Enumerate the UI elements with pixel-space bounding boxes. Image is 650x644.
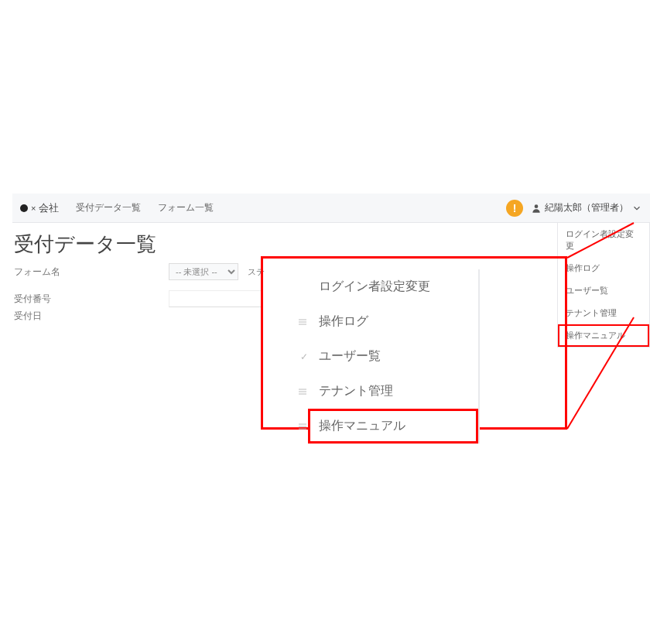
notification-badge[interactable]: ! xyxy=(506,200,523,217)
topbar: × 会社 受付データ一覧 フォーム一覧 ! 紀陽太郎（管理者） xyxy=(12,194,650,223)
user-icon xyxy=(531,203,542,214)
menu-item-user-list[interactable]: ユーザー覧 xyxy=(558,279,649,302)
zoom-menu-item-operation-log[interactable]: 操作ログ xyxy=(308,304,478,339)
user-dropdown-menu: ログイン者設定変更 操作ログ ユーザー覧 テナント管理 操作マニュアル xyxy=(557,223,650,348)
zoom-menu-label: ログイン者設定変更 xyxy=(319,279,430,293)
menu-item-login-settings[interactable]: ログイン者設定変更 xyxy=(558,223,649,257)
brand: × 会社 xyxy=(20,201,59,215)
burger-icon xyxy=(299,389,306,394)
filter-row-reception-date: 受付日 xyxy=(14,310,169,323)
burger-icon xyxy=(299,319,306,324)
svg-point-0 xyxy=(535,204,539,208)
nav-item-received-data[interactable]: 受付データ一覧 xyxy=(76,201,141,214)
notification-glyph: ! xyxy=(513,202,517,214)
stage: × 会社 受付データ一覧 フォーム一覧 ! 紀陽太郎（管理者） 受付データ一覧 … xyxy=(0,0,650,644)
topbar-right: ! 紀陽太郎（管理者） xyxy=(506,200,650,217)
zoom-menu-item-user-list[interactable]: ✓ ユーザー覧 xyxy=(308,339,478,374)
user-name: 紀陽太郎（管理者） xyxy=(545,201,628,214)
zoom-menu-item-login-settings[interactable]: ログイン者設定変更 xyxy=(308,269,478,304)
user-menu-trigger[interactable]: 紀陽太郎（管理者） xyxy=(531,201,642,214)
check-icon: ✓ xyxy=(300,351,308,362)
page-title: 受付データ一覧 xyxy=(14,231,156,258)
filter-row-form-name: フォーム名 -- 未選択 -- ステ xyxy=(14,263,265,280)
nav-item-form-list[interactable]: フォーム一覧 xyxy=(158,201,214,214)
input-reception-number[interactable] xyxy=(169,290,262,307)
brand-dot-icon xyxy=(20,204,28,212)
label-reception-date: 受付日 xyxy=(14,310,169,323)
zoom-menu-label: 操作ログ xyxy=(319,314,368,327)
label-form-name: フォーム名 xyxy=(14,265,169,279)
select-form-name[interactable]: -- 未選択 -- xyxy=(169,263,238,280)
filter-row-reception-number: 受付番号 xyxy=(14,290,262,307)
brand-x-icon: × xyxy=(31,204,36,213)
menu-item-tenant-management[interactable]: テナント管理 xyxy=(558,302,649,324)
menu-item-operation-log[interactable]: 操作ログ xyxy=(558,257,649,279)
brand-text: 会社 xyxy=(39,201,59,215)
zoom-menu-item-tenant-management[interactable]: テナント管理 xyxy=(308,374,478,409)
chevron-down-icon xyxy=(631,203,642,214)
zoom-menu-label: 操作マニュアル xyxy=(319,419,405,432)
label-reception-number: 受付番号 xyxy=(14,293,169,306)
menu-item-manual[interactable]: 操作マニュアル xyxy=(558,324,649,347)
zoom-menu-label: テナント管理 xyxy=(319,384,393,397)
zoom-menu-item-manual[interactable]: 操作マニュアル xyxy=(308,409,478,444)
zoom-user-menu: ログイン者設定変更 操作ログ ✓ ユーザー覧 テナント管理 操作マニュアル xyxy=(308,269,480,444)
zoom-menu-label: ユーザー覧 xyxy=(319,349,381,362)
burger-icon xyxy=(299,423,306,429)
